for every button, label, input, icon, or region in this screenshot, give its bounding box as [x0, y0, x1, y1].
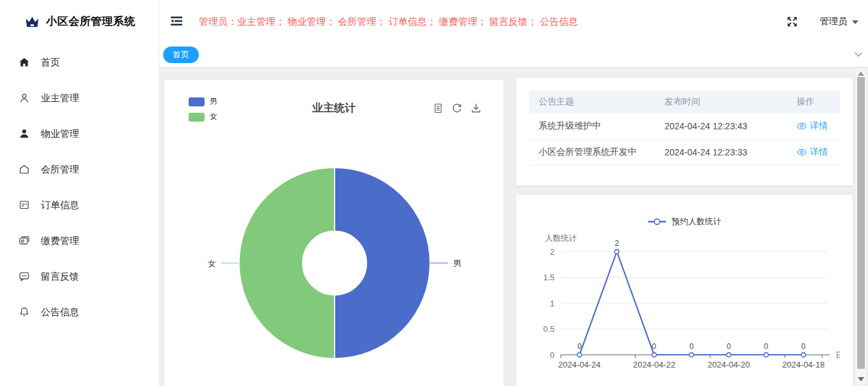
detail-link[interactable]: 详情 [787, 120, 840, 132]
announcement-time: 2024-04-24 12:23:33 [655, 147, 787, 157]
svg-text:2024-04-22: 2024-04-22 [633, 360, 676, 369]
booking-line-chart: 00.511.52人数统计2024-04-242024-04-222024-04… [516, 195, 853, 386]
order-icon [18, 199, 31, 211]
svg-text:0: 0 [801, 342, 806, 351]
sidebar-item-orders[interactable]: 订单信息 [0, 187, 159, 223]
sidebar-item-feedback[interactable]: 留言反馈 [0, 259, 159, 294]
tab-chevron-icon[interactable] [854, 52, 863, 57]
svg-text:1: 1 [550, 299, 554, 308]
svg-text:0: 0 [764, 342, 769, 351]
booking-stats-card: 预约人数统计 00.511.52人数统计2024-04-242024-04-22… [516, 195, 853, 386]
content: 业主统计 男 女 [159, 67, 868, 386]
top-bar: 小区会所管理系统 管理员：业主管理； 物业管理； 会所管理； 订单信息； 缴费管… [0, 0, 868, 43]
caret-down-icon [852, 20, 858, 24]
sidebar-item-label: 首页 [41, 57, 60, 69]
sidebar-item-label: 订单信息 [41, 199, 79, 211]
club-icon [18, 163, 31, 176]
announcement-title: 小区会所管理系统开发中 [529, 147, 655, 158]
tab-bar: 首页 [159, 43, 868, 67]
detail-label: 详情 [810, 147, 828, 158]
svg-text:0: 0 [652, 342, 656, 351]
property-icon [18, 127, 31, 140]
detail-label: 详情 [810, 120, 828, 132]
sidebar-item-label: 会所管理 [41, 164, 79, 176]
scroll-down-icon[interactable] [858, 377, 864, 382]
feedback-icon [18, 270, 31, 283]
sidebar-item-label: 留言反馈 [41, 271, 79, 283]
fullscreen-icon[interactable] [786, 16, 798, 27]
column-header-subject: 公告主题 [529, 96, 655, 108]
sidebar-item-club[interactable]: 会所管理 [0, 152, 159, 187]
logo-crown-icon [24, 14, 41, 29]
svg-text:0: 0 [727, 342, 731, 351]
svg-text:0.5: 0.5 [544, 325, 554, 334]
user-menu[interactable]: 管理员 [820, 0, 858, 43]
svg-text:0: 0 [690, 342, 694, 351]
svg-text:2024-04-20: 2024-04-20 [707, 360, 750, 369]
table-row: 小区会所管理系统开发中 2024-04-24 12:23:33 详情 [529, 139, 840, 166]
main-area: 首页 业主统计 男 女 [159, 43, 868, 386]
svg-text:男: 男 [453, 259, 461, 268]
svg-text:人数统计: 人数统计 [545, 234, 577, 243]
owner-pie-chart: 男女 [164, 80, 503, 386]
sidebar-item-label: 物业管理 [41, 128, 79, 140]
scroll-up-icon[interactable] [858, 71, 864, 76]
notice-icon [18, 306, 31, 318]
svg-text:女: 女 [208, 259, 216, 268]
payment-icon [18, 234, 31, 247]
sidebar-item-label: 公告信息 [41, 306, 79, 318]
app-logo: 小区会所管理系统 [0, 0, 159, 43]
svg-text:0: 0 [550, 351, 554, 360]
announcements-table: 公告主题 发布时间 操作 系统升级维护中 2024-04-24 12:23:43… [529, 90, 840, 166]
svg-text:1.5: 1.5 [544, 273, 554, 282]
app-title: 小区会所管理系统 [47, 14, 136, 29]
scrollbar-thumb[interactable] [857, 77, 865, 369]
sidebar-item-home[interactable]: 首页 [0, 45, 159, 80]
vertical-scrollbar[interactable] [856, 68, 866, 385]
announcement-title: 系统升级维护中 [529, 120, 655, 132]
svg-text:0: 0 [577, 342, 582, 351]
sidebar-item-owners[interactable]: 业主管理 [0, 80, 159, 116]
svg-text:2: 2 [550, 248, 554, 257]
table-header-row: 公告主题 发布时间 操作 [529, 90, 840, 113]
table-row: 系统升级维护中 2024-04-24 12:23:43 详情 [529, 113, 840, 139]
eye-icon [797, 122, 807, 130]
sidebar-item-label: 缴费管理 [41, 235, 79, 247]
svg-text:2024-04-18: 2024-04-18 [782, 360, 825, 369]
tab-home[interactable]: 首页 [163, 46, 199, 63]
sidebar-item-notices[interactable]: 公告信息 [0, 294, 159, 330]
sidebar-item-label: 业主管理 [41, 92, 79, 104]
sidebar: 首页 业主管理 物业管理 会所管理 订单信息 [0, 43, 159, 386]
column-header-time: 发布时间 [655, 96, 787, 108]
announcement-time: 2024-04-24 12:23:43 [655, 121, 787, 131]
sidebar-item-payments[interactable]: 缴费管理 [0, 223, 159, 259]
home-icon [18, 56, 31, 69]
sidebar-item-property[interactable]: 物业管理 [0, 116, 159, 152]
detail-link[interactable]: 详情 [787, 147, 840, 158]
svg-text:2024-04-24: 2024-04-24 [558, 360, 601, 369]
admin-nav-summary: 管理员：业主管理； 物业管理； 会所管理； 订单信息； 缴费管理； 留言反馈； … [199, 0, 578, 43]
owner-icon [18, 92, 31, 104]
announcements-card: 公告主题 发布时间 操作 系统升级维护中 2024-04-24 12:23:43… [516, 78, 853, 185]
eye-icon [797, 148, 807, 156]
menu-fold-icon[interactable] [171, 16, 182, 26]
column-header-action: 操作 [787, 96, 840, 108]
username: 管理员 [820, 15, 848, 27]
svg-text:日期: 日期 [835, 351, 851, 360]
owner-stats-card: 业主统计 男 女 [164, 80, 503, 386]
svg-text:2: 2 [615, 239, 619, 248]
